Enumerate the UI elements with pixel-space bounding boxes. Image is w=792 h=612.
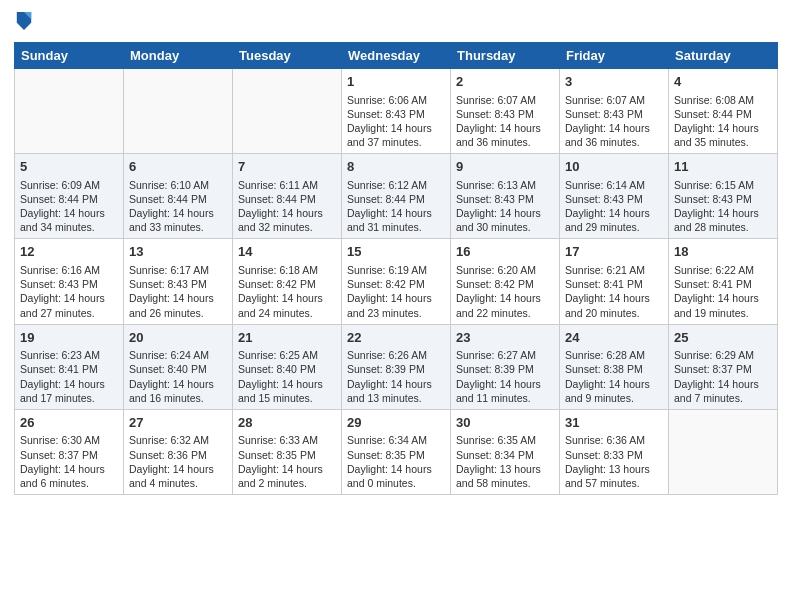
day-number: 28 [238, 414, 336, 432]
cell-line: and 32 minutes. [238, 220, 336, 234]
calendar-week-row: 12Sunrise: 6:16 AMSunset: 8:43 PMDayligh… [15, 239, 778, 324]
cell-line: Sunrise: 6:09 AM [20, 178, 118, 192]
calendar-cell: 22Sunrise: 6:26 AMSunset: 8:39 PMDayligh… [342, 324, 451, 409]
day-header-wednesday: Wednesday [342, 43, 451, 69]
cell-line: Daylight: 14 hours [565, 377, 663, 391]
calendar-week-row: 5Sunrise: 6:09 AMSunset: 8:44 PMDaylight… [15, 154, 778, 239]
cell-content: 29Sunrise: 6:34 AMSunset: 8:35 PMDayligh… [347, 414, 445, 490]
cell-line: Daylight: 14 hours [347, 206, 445, 220]
cell-line: Sunrise: 6:07 AM [456, 93, 554, 107]
cell-line: Sunset: 8:44 PM [347, 192, 445, 206]
cell-line: and 24 minutes. [238, 306, 336, 320]
cell-line: and 26 minutes. [129, 306, 227, 320]
cell-line: Sunrise: 6:28 AM [565, 348, 663, 362]
calendar-cell: 4Sunrise: 6:08 AMSunset: 8:44 PMDaylight… [669, 69, 778, 154]
cell-line: Sunrise: 6:21 AM [565, 263, 663, 277]
calendar-cell: 30Sunrise: 6:35 AMSunset: 8:34 PMDayligh… [451, 409, 560, 494]
day-number: 29 [347, 414, 445, 432]
cell-line: and 15 minutes. [238, 391, 336, 405]
cell-content: 22Sunrise: 6:26 AMSunset: 8:39 PMDayligh… [347, 329, 445, 405]
day-number: 4 [674, 73, 772, 91]
cell-line: and 37 minutes. [347, 135, 445, 149]
cell-line: and 30 minutes. [456, 220, 554, 234]
cell-line: Sunset: 8:33 PM [565, 448, 663, 462]
cell-line: and 13 minutes. [347, 391, 445, 405]
day-number: 22 [347, 329, 445, 347]
cell-line: and 0 minutes. [347, 476, 445, 490]
cell-line: Sunset: 8:44 PM [20, 192, 118, 206]
cell-line: Daylight: 14 hours [129, 291, 227, 305]
cell-line: Sunrise: 6:08 AM [674, 93, 772, 107]
cell-content: 17Sunrise: 6:21 AMSunset: 8:41 PMDayligh… [565, 243, 663, 319]
calendar-cell: 17Sunrise: 6:21 AMSunset: 8:41 PMDayligh… [560, 239, 669, 324]
page: SundayMondayTuesdayWednesdayThursdayFrid… [0, 0, 792, 612]
cell-line: Sunset: 8:43 PM [456, 192, 554, 206]
cell-line: and 58 minutes. [456, 476, 554, 490]
cell-line: Daylight: 14 hours [456, 206, 554, 220]
cell-line: and 4 minutes. [129, 476, 227, 490]
cell-line: Sunset: 8:43 PM [129, 277, 227, 291]
calendar-cell: 12Sunrise: 6:16 AMSunset: 8:43 PMDayligh… [15, 239, 124, 324]
cell-line: Sunrise: 6:10 AM [129, 178, 227, 192]
cell-line: Sunrise: 6:22 AM [674, 263, 772, 277]
calendar-cell: 21Sunrise: 6:25 AMSunset: 8:40 PMDayligh… [233, 324, 342, 409]
cell-content: 24Sunrise: 6:28 AMSunset: 8:38 PMDayligh… [565, 329, 663, 405]
cell-line: Sunset: 8:37 PM [674, 362, 772, 376]
cell-line: Sunset: 8:41 PM [674, 277, 772, 291]
calendar-cell: 8Sunrise: 6:12 AMSunset: 8:44 PMDaylight… [342, 154, 451, 239]
calendar-week-row: 19Sunrise: 6:23 AMSunset: 8:41 PMDayligh… [15, 324, 778, 409]
calendar-cell: 1Sunrise: 6:06 AMSunset: 8:43 PMDaylight… [342, 69, 451, 154]
cell-line: Sunrise: 6:12 AM [347, 178, 445, 192]
calendar-cell: 2Sunrise: 6:07 AMSunset: 8:43 PMDaylight… [451, 69, 560, 154]
cell-line: Sunrise: 6:20 AM [456, 263, 554, 277]
cell-line: Sunrise: 6:15 AM [674, 178, 772, 192]
cell-line: and 23 minutes. [347, 306, 445, 320]
cell-line: Sunset: 8:39 PM [347, 362, 445, 376]
cell-content: 4Sunrise: 6:08 AMSunset: 8:44 PMDaylight… [674, 73, 772, 149]
calendar-cell: 31Sunrise: 6:36 AMSunset: 8:33 PMDayligh… [560, 409, 669, 494]
cell-content: 8Sunrise: 6:12 AMSunset: 8:44 PMDaylight… [347, 158, 445, 234]
cell-content: 25Sunrise: 6:29 AMSunset: 8:37 PMDayligh… [674, 329, 772, 405]
cell-line: Sunset: 8:40 PM [238, 362, 336, 376]
calendar-cell: 25Sunrise: 6:29 AMSunset: 8:37 PMDayligh… [669, 324, 778, 409]
cell-content: 27Sunrise: 6:32 AMSunset: 8:36 PMDayligh… [129, 414, 227, 490]
cell-line: Daylight: 13 hours [456, 462, 554, 476]
cell-line: Daylight: 14 hours [347, 291, 445, 305]
day-number: 1 [347, 73, 445, 91]
cell-line: and 6 minutes. [20, 476, 118, 490]
day-number: 6 [129, 158, 227, 176]
calendar-cell: 5Sunrise: 6:09 AMSunset: 8:44 PMDaylight… [15, 154, 124, 239]
cell-content: 2Sunrise: 6:07 AMSunset: 8:43 PMDaylight… [456, 73, 554, 149]
day-number: 11 [674, 158, 772, 176]
calendar-cell [669, 409, 778, 494]
cell-line: Sunset: 8:41 PM [20, 362, 118, 376]
cell-line: Sunset: 8:38 PM [565, 362, 663, 376]
cell-line: Daylight: 14 hours [238, 291, 336, 305]
calendar-cell: 13Sunrise: 6:17 AMSunset: 8:43 PMDayligh… [124, 239, 233, 324]
calendar-cell: 14Sunrise: 6:18 AMSunset: 8:42 PMDayligh… [233, 239, 342, 324]
calendar-week-row: 1Sunrise: 6:06 AMSunset: 8:43 PMDaylight… [15, 69, 778, 154]
cell-content: 7Sunrise: 6:11 AMSunset: 8:44 PMDaylight… [238, 158, 336, 234]
cell-line: and 2 minutes. [238, 476, 336, 490]
cell-content: 13Sunrise: 6:17 AMSunset: 8:43 PMDayligh… [129, 243, 227, 319]
cell-content: 3Sunrise: 6:07 AMSunset: 8:43 PMDaylight… [565, 73, 663, 149]
day-number: 8 [347, 158, 445, 176]
cell-content: 19Sunrise: 6:23 AMSunset: 8:41 PMDayligh… [20, 329, 118, 405]
cell-line: and 16 minutes. [129, 391, 227, 405]
cell-line: Daylight: 14 hours [238, 377, 336, 391]
calendar-cell: 27Sunrise: 6:32 AMSunset: 8:36 PMDayligh… [124, 409, 233, 494]
cell-line: Daylight: 14 hours [20, 377, 118, 391]
cell-content: 20Sunrise: 6:24 AMSunset: 8:40 PMDayligh… [129, 329, 227, 405]
calendar-table: SundayMondayTuesdayWednesdayThursdayFrid… [14, 42, 778, 495]
cell-line: Sunset: 8:43 PM [565, 107, 663, 121]
cell-line: Daylight: 14 hours [347, 121, 445, 135]
cell-content: 5Sunrise: 6:09 AMSunset: 8:44 PMDaylight… [20, 158, 118, 234]
cell-content: 11Sunrise: 6:15 AMSunset: 8:43 PMDayligh… [674, 158, 772, 234]
cell-line: Daylight: 14 hours [129, 462, 227, 476]
day-number: 19 [20, 329, 118, 347]
day-number: 17 [565, 243, 663, 261]
day-number: 13 [129, 243, 227, 261]
cell-line: Daylight: 14 hours [238, 206, 336, 220]
cell-line: Sunset: 8:44 PM [129, 192, 227, 206]
cell-line: Sunset: 8:43 PM [456, 107, 554, 121]
